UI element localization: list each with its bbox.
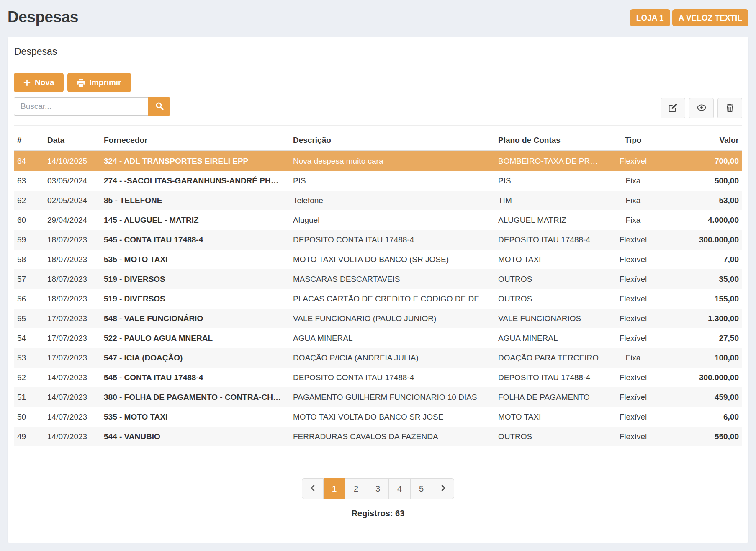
cell-description: AGUA MINERAL <box>290 328 495 348</box>
cell-value: 6,00 <box>657 407 742 427</box>
table-row[interactable]: 6414/10/2025324 - ADL TRANSPORTES EIRELI… <box>14 151 742 171</box>
printer-icon <box>77 79 85 87</box>
table-row[interactable]: 6029/04/2024145 - ALUGUEL - MATRIZAlugue… <box>14 210 742 230</box>
cell-value: 4.000,00 <box>657 210 742 230</box>
toolbar: Nova Imprimir <box>14 73 742 92</box>
pagination-page-1[interactable]: 1 <box>324 478 345 499</box>
table-row[interactable]: 5317/07/2023547 - ICIA (DOAÇÃO)DOAÇÃO P/… <box>14 348 742 368</box>
cell-supplier: 548 - VALE FUNCIONÁRIO <box>100 309 290 328</box>
cell-plan: OUTROS <box>495 427 609 446</box>
cell-supplier: 519 - DIVERSOS <box>100 289 290 309</box>
new-expense-label: Nova <box>35 78 54 87</box>
col-header-description: Descrição <box>290 126 495 151</box>
cell-date: 14/07/2023 <box>44 368 100 387</box>
cell-value: 100,00 <box>657 348 742 368</box>
cell-type: Fixa <box>609 171 657 191</box>
cell-id: 60 <box>14 210 44 230</box>
cell-value: 550,00 <box>657 427 742 446</box>
cell-date: 18/07/2023 <box>44 269 100 289</box>
cell-plan: DEPOSITO ITAU 17488-4 <box>495 368 609 387</box>
cell-plan: OUTROS <box>495 269 609 289</box>
cell-date: 18/07/2023 <box>44 230 100 250</box>
cell-type: Flexível <box>609 328 657 348</box>
delete-button[interactable] <box>717 98 742 118</box>
search-icon <box>155 102 164 111</box>
card-title: Despesas <box>8 37 748 66</box>
pagination-next-button[interactable] <box>432 478 454 499</box>
cell-date: 17/07/2023 <box>44 348 100 368</box>
cell-plan: PIS <box>495 171 609 191</box>
table-row[interactable]: 5918/07/2023545 - CONTA ITAU 17488-4DEPO… <box>14 230 742 250</box>
store-badge-company[interactable]: A VELOZ TEXTIL <box>672 9 748 26</box>
cell-plan: FOLHA DE PAGAMENTO <box>495 387 609 407</box>
table-row[interactable]: 5114/07/2023380 - FOLHA DE PAGAMENTO - C… <box>14 387 742 407</box>
search-button[interactable] <box>148 97 170 116</box>
search-input[interactable] <box>14 97 148 116</box>
cell-supplier: 545 - CONTA ITAU 17488-4 <box>100 368 290 387</box>
pagination-page-5[interactable]: 5 <box>411 478 432 499</box>
cell-type: Fixa <box>609 348 657 368</box>
expenses-table-body: 6414/10/2025324 - ADL TRANSPORTES EIRELI… <box>14 151 742 446</box>
table-row[interactable]: 5818/07/2023535 - MOTO TAXIMOTO TAXI VOL… <box>14 250 742 269</box>
cell-supplier: 545 - CONTA ITAU 17488-4 <box>100 230 290 250</box>
store-badges: LOJA 1 A VELOZ TEXTIL <box>630 9 748 26</box>
cell-plan: TIM <box>495 191 609 210</box>
cell-description: Aluguel <box>290 210 495 230</box>
print-button[interactable]: Imprimir <box>67 73 131 92</box>
cell-type: Fixa <box>609 210 657 230</box>
table-row[interactable]: 5718/07/2023519 - DIVERSOSMASCARAS DESCA… <box>14 269 742 289</box>
cell-supplier: 324 - ADL TRANSPORTES EIRELI EPP <box>100 151 290 171</box>
cell-description: DEPOSITO CONTA ITAU 17488-4 <box>290 230 495 250</box>
cell-supplier: 544 - VANUBIO <box>100 427 290 446</box>
table-row[interactable]: 5417/07/2023522 - PAULO AGUA MNERALAGUA … <box>14 328 742 348</box>
cell-supplier: 274 - -SACOLITAS-GARANHUNS-ANDRÉ PH… <box>100 171 290 191</box>
view-button[interactable] <box>689 98 714 118</box>
trash-icon <box>726 103 734 113</box>
chevron-left-icon <box>309 484 316 494</box>
col-header-type: Tipo <box>609 126 657 151</box>
table-row[interactable]: 5517/07/2023548 - VALE FUNCIONÁRIOVALE F… <box>14 309 742 328</box>
plus-icon <box>23 79 31 86</box>
cell-value: 1.300,00 <box>657 309 742 328</box>
cell-description: MASCARAS DESCARTAVEIS <box>290 269 495 289</box>
cell-type: Fixa <box>609 191 657 210</box>
cell-description: MOTO TAXI VOLTA DO BANCO SR JOSE <box>290 407 495 427</box>
cell-id: 64 <box>14 151 44 171</box>
cell-description: PAGAMENTO GUILHERM FUNCIONARIO 10 DIAS <box>290 387 495 407</box>
cell-supplier: 519 - DIVERSOS <box>100 269 290 289</box>
pagination-page-3[interactable]: 3 <box>367 478 389 499</box>
cell-description: PIS <box>290 171 495 191</box>
table-row[interactable]: 5618/07/2023519 - DIVERSOSPLACAS CARTÃO … <box>14 289 742 309</box>
cell-description: DEPOSITO CONTA ITAU 17488-4 <box>290 368 495 387</box>
cell-description: Nova despesa muito cara <box>290 151 495 171</box>
cell-type: Flexível <box>609 151 657 171</box>
cell-supplier: 380 - FOLHA DE PAGAMENTO - CONTRA-CH… <box>100 387 290 407</box>
table-row[interactable]: 6202/05/202485 - TELEFONETelefoneTIMFixa… <box>14 191 742 210</box>
cell-id: 50 <box>14 407 44 427</box>
cell-date: 14/07/2023 <box>44 387 100 407</box>
cell-id: 57 <box>14 269 44 289</box>
print-label: Imprimir <box>89 78 121 87</box>
cell-date: 14/10/2025 <box>44 151 100 171</box>
new-expense-button[interactable]: Nova <box>14 73 64 92</box>
pagination-page-2[interactable]: 2 <box>345 478 367 499</box>
pagination-prev-button[interactable] <box>302 478 324 499</box>
cell-supplier: 145 - ALUGUEL - MATRIZ <box>100 210 290 230</box>
store-badge-loja1[interactable]: LOJA 1 <box>630 9 670 26</box>
cell-value: 35,00 <box>657 269 742 289</box>
col-header-value: Valor <box>657 126 742 151</box>
table-row[interactable]: 5014/07/2023535 - MOTO TAXIMOTO TAXI VOL… <box>14 407 742 427</box>
col-header-id: # <box>14 126 44 151</box>
cell-date: 17/07/2023 <box>44 309 100 328</box>
pagination-page-4[interactable]: 4 <box>389 478 411 499</box>
cell-plan: MOTO TAXI <box>495 250 609 269</box>
col-header-plan: Plano de Contas <box>495 126 609 151</box>
cell-plan: ALUGUEL MATRIZ <box>495 210 609 230</box>
table-row[interactable]: 6303/05/2024274 - -SACOLITAS-GARANHUNS-A… <box>14 171 742 191</box>
cell-value: 700,00 <box>657 151 742 171</box>
table-row[interactable]: 5214/07/2023545 - CONTA ITAU 17488-4DEPO… <box>14 368 742 387</box>
edit-button[interactable] <box>661 98 685 118</box>
cell-plan: AGUA MINERAL <box>495 328 609 348</box>
cell-date: 18/07/2023 <box>44 250 100 269</box>
table-row[interactable]: 4914/07/2023544 - VANUBIOFERRADURAS CAVA… <box>14 427 742 446</box>
